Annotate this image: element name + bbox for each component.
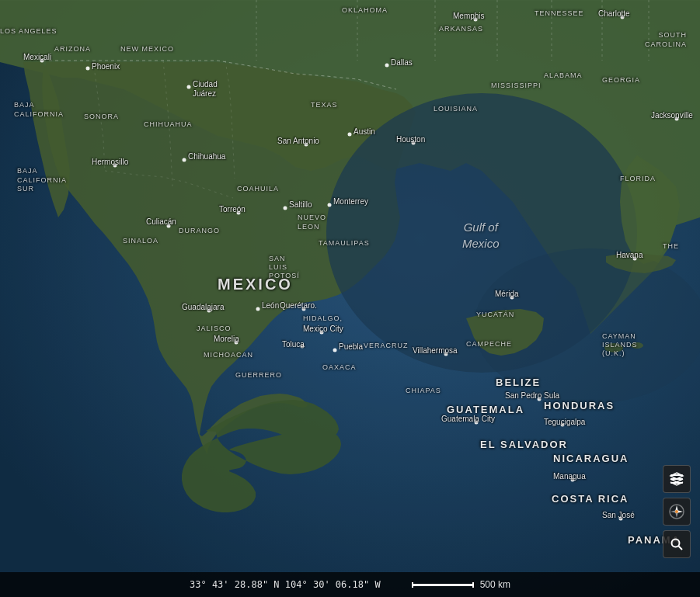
dot-ciudad-juarez — [187, 85, 191, 89]
coordinates-display: 33° 43' 28.88" N 104° 30' 06.18" W — [190, 579, 381, 590]
layers-icon — [669, 471, 684, 487]
dot-managua — [571, 478, 575, 482]
compass-icon — [668, 503, 685, 520]
status-bar: 33° 43' 28.88" N 104° 30' 06.18" W 500 k… — [0, 572, 700, 597]
map-container: MEXICO ARIZONA NEW MEXICO Los Angeles TE… — [0, 0, 700, 597]
scale-label: 500 km — [480, 579, 510, 590]
dot-morelia — [235, 341, 239, 345]
dot-san-pedro-sula — [538, 397, 542, 401]
dot-phoenix — [86, 67, 90, 71]
search-zoom-button[interactable] — [663, 530, 691, 558]
dot-tegucigalpa — [561, 423, 565, 427]
dot-culiacan — [167, 224, 171, 228]
dot-jacksonville — [675, 117, 679, 121]
dot-guadalajara — [207, 309, 211, 313]
dot-leon — [256, 307, 260, 311]
dot-merida — [510, 296, 514, 300]
dot-san-antonio — [305, 143, 308, 147]
svg-rect-5 — [0, 0, 700, 597]
dot-havana — [633, 257, 637, 261]
dot-austin — [348, 133, 352, 137]
dot-dallas — [385, 64, 389, 68]
dot-saltillo — [284, 207, 287, 210]
layers-button[interactable] — [663, 465, 691, 493]
compass-button[interactable] — [663, 498, 691, 526]
dot-memphis — [474, 18, 478, 22]
dot-guatemala-city — [475, 421, 479, 425]
dot-puebla — [333, 349, 337, 352]
dot-charlotte — [621, 16, 625, 19]
dot-houston — [412, 141, 416, 145]
dot-chihuahua-city — [183, 158, 186, 162]
dot-villahermosa — [444, 352, 448, 356]
dot-toluca — [301, 345, 305, 349]
dot-san-jose — [619, 517, 623, 521]
svg-line-17 — [679, 547, 683, 550]
dot-hermosillo — [113, 164, 117, 168]
dot-queretaro — [302, 307, 306, 311]
dot-torreon — [237, 211, 241, 215]
map-controls — [663, 465, 691, 558]
search-icon — [670, 537, 684, 551]
dot-mexicali — [40, 59, 44, 63]
map-svg — [0, 0, 700, 597]
scale-line — [412, 584, 474, 586]
svg-point-16 — [672, 540, 680, 547]
scale-bar: 500 km — [412, 579, 510, 590]
svg-point-14 — [675, 510, 678, 513]
dot-monterrey — [328, 203, 332, 207]
dot-mexico-city — [320, 331, 324, 335]
